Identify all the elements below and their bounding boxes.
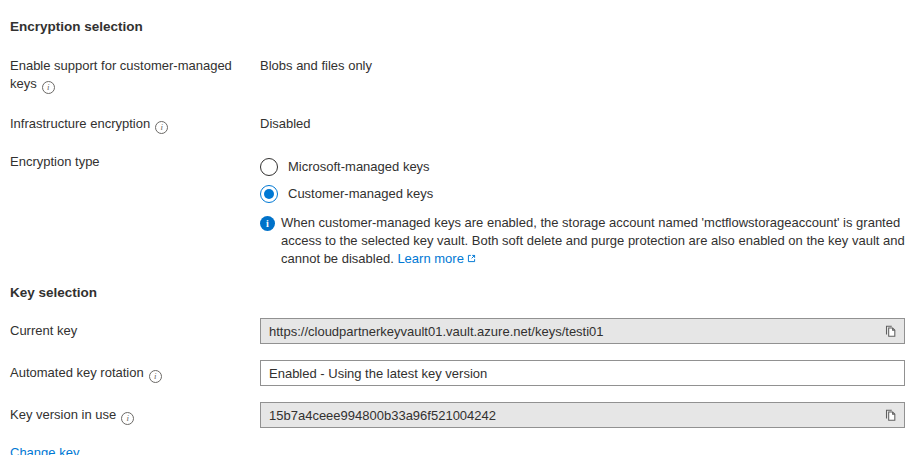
key-version-field [260, 402, 905, 428]
automated-key-rotation-label: Automated key rotationi [10, 364, 260, 383]
info-icon[interactable]: i [149, 370, 162, 383]
cmk-support-value: Blobs and files only [260, 57, 905, 75]
info-icon[interactable]: i [42, 81, 55, 94]
row-infrastructure-encryption: Infrastructure encryptioni Disabled [10, 115, 905, 134]
section-title-encryption-selection: Encryption selection [10, 18, 905, 36]
key-version-label: Key version in usei [10, 406, 260, 425]
encryption-type-radio-group: Microsoft-managed keys Customer-managed … [260, 153, 905, 268]
automated-key-rotation-field [260, 360, 905, 386]
radio-icon [260, 158, 278, 176]
row-current-key: Current key [10, 318, 905, 344]
current-key-label: Current key [10, 322, 260, 340]
section-title-key-selection: Key selection [10, 284, 905, 302]
cmk-info-text: When customer-managed keys are enabled, … [281, 214, 905, 268]
row-key-version: Key version in usei [10, 402, 905, 428]
copy-button[interactable] [876, 403, 904, 427]
current-key-input[interactable] [261, 319, 876, 343]
copy-icon [883, 324, 897, 338]
change-key-link[interactable]: Change key [10, 445, 79, 455]
infrastructure-encryption-label: Infrastructure encryptioni [10, 115, 260, 134]
cmk-support-label: Enable support for customer-managed keys… [10, 57, 260, 94]
cmk-info-banner: i When customer-managed keys are enabled… [260, 214, 905, 268]
copy-button[interactable] [876, 319, 904, 343]
info-icon[interactable]: i [121, 412, 134, 425]
row-automated-key-rotation: Automated key rotationi [10, 360, 905, 386]
radio-microsoft-managed-keys[interactable]: Microsoft-managed keys [260, 153, 905, 180]
automated-key-rotation-input[interactable] [261, 361, 904, 385]
row-cmk-support: Enable support for customer-managed keys… [10, 57, 905, 94]
radio-customer-managed-keys[interactable]: Customer-managed keys [260, 180, 905, 207]
radio-icon [260, 185, 278, 203]
info-icon[interactable]: i [155, 121, 168, 134]
external-link-icon [466, 253, 477, 264]
info-filled-icon: i [260, 216, 275, 231]
learn-more-link[interactable]: Learn more [397, 251, 476, 266]
current-key-field [260, 318, 905, 344]
key-version-input[interactable] [261, 403, 876, 427]
copy-icon [883, 408, 897, 422]
row-encryption-type: Encryption type Microsoft-managed keys C… [10, 153, 905, 268]
radio-label: Customer-managed keys [288, 185, 433, 203]
infrastructure-encryption-value: Disabled [260, 115, 905, 133]
radio-label: Microsoft-managed keys [288, 158, 430, 176]
encryption-type-label: Encryption type [10, 153, 260, 171]
encryption-settings-page: Encryption selection Enable support for … [0, 18, 911, 455]
